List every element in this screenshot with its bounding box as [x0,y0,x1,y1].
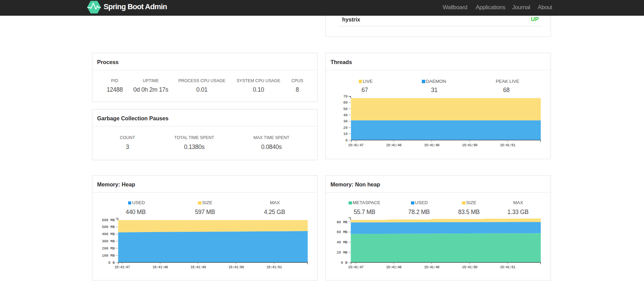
svg-text:20 MB: 20 MB [337,250,348,255]
svg-text:15:41:47: 15:41:47 [114,265,130,269]
svg-text:50: 50 [343,107,348,111]
svg-text:20: 20 [343,126,348,130]
svg-text:15:41:48: 15:41:48 [386,265,401,269]
svg-text:0 B: 0 B [341,261,348,265]
svg-text:0: 0 [346,138,348,142]
svg-text:15:41:51: 15:41:51 [500,143,515,147]
svg-text:200 MB: 200 MB [102,246,115,250]
svg-text:15:41:50: 15:41:50 [228,265,244,269]
svg-text:60 MB: 60 MB [337,230,348,234]
svg-text:15:41:50: 15:41:50 [462,143,477,147]
svg-text:15:41:50: 15:41:50 [462,265,477,269]
svg-text:15:41:48: 15:41:48 [386,143,401,147]
svg-text:600 MB: 600 MB [102,218,115,222]
svg-text:15:41:48: 15:41:48 [152,265,168,269]
svg-text:100 MB: 100 MB [102,254,115,258]
svg-text:40 MB: 40 MB [337,240,348,244]
svg-text:500 MB: 500 MB [102,225,115,229]
svg-text:30: 30 [343,119,348,123]
svg-text:15:41:51: 15:41:51 [266,265,282,269]
svg-text:70: 70 [343,94,348,98]
svg-text:400 MB: 400 MB [102,232,115,236]
svg-text:15:41:49: 15:41:49 [424,143,439,147]
svg-text:15:41:49: 15:41:49 [424,265,439,269]
svg-text:300 MB: 300 MB [102,239,115,243]
svg-text:15:41:47: 15:41:47 [348,143,364,147]
svg-text:40: 40 [343,113,348,117]
svg-text:0 B: 0 B [108,261,115,265]
svg-text:15:41:47: 15:41:47 [348,265,364,269]
svg-text:15:41:51: 15:41:51 [500,265,515,269]
svg-text:60: 60 [343,101,348,105]
svg-text:80 MB: 80 MB [337,220,348,224]
svg-text:15:41:49: 15:41:49 [190,265,206,269]
svg-text:10: 10 [343,132,348,136]
